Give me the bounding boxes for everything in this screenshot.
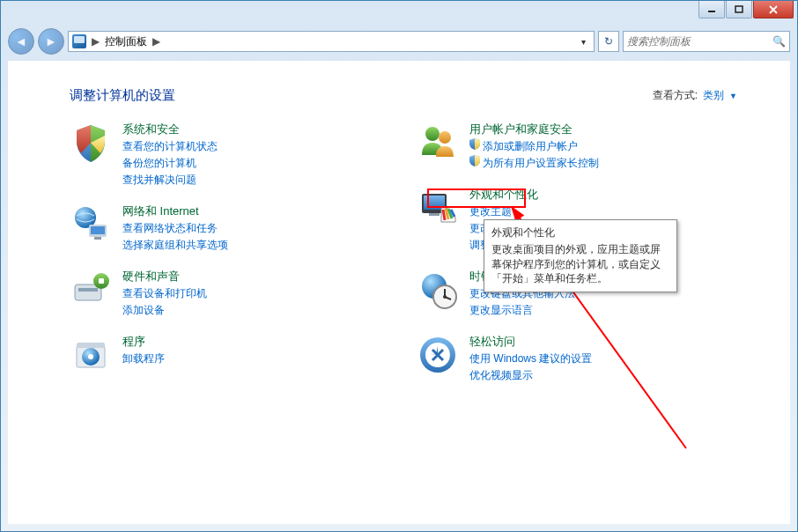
window-frame: ◄ ► ▶ 控制面板 ▶ ▾ ↻ 🔍 调整计算机的设置 查看方式: 类别 ▼ 系… <box>0 0 798 532</box>
window-buttons <box>698 1 794 18</box>
category-body: 轻松访问使用 Windows 建议的设置优化视频显示 <box>469 334 592 383</box>
ease-icon[interactable] <box>417 334 459 376</box>
search-box: 🔍 <box>623 31 790 52</box>
sublink-label: 查看您的计算机状态 <box>122 138 218 154</box>
svg-rect-18 <box>429 213 440 216</box>
sublink-label: 选择家庭组和共享选项 <box>122 237 228 253</box>
control-panel-icon <box>72 34 86 48</box>
search-input[interactable] <box>627 35 772 48</box>
category-body: 网络和 Internet查看网络状态和任务选择家庭组和共享选项 <box>122 203 228 253</box>
appearance-icon[interactable] <box>417 187 459 229</box>
category-title[interactable]: 用户帐户和家庭安全 <box>469 122 599 137</box>
maximize-button[interactable] <box>726 1 752 18</box>
svg-rect-9 <box>99 278 104 284</box>
minimize-button[interactable] <box>698 1 725 18</box>
page-title: 调整计算机的设置 <box>70 87 175 104</box>
category-body: 硬件和声音查看设备和打印机添加设备 <box>122 269 207 318</box>
category-body: 程序卸载程序 <box>122 334 165 366</box>
uac-shield-icon <box>469 138 480 154</box>
hardware-icon[interactable] <box>70 269 112 311</box>
category-title[interactable]: 外观和个性化 <box>469 187 543 203</box>
category-sublink[interactable]: 更改显示语言 <box>469 302 575 318</box>
breadcrumb-sep-icon: ▶ <box>92 35 100 48</box>
svg-point-23 <box>443 295 447 299</box>
category-item: 用户帐户和家庭安全添加或删除用户帐户为所有用户设置家长控制 <box>417 122 728 171</box>
search-icon[interactable]: 🔍 <box>772 35 786 48</box>
chevron-down-icon[interactable]: ▼ <box>729 92 737 100</box>
category-sublink[interactable]: 使用 Windows 建议的设置 <box>469 351 592 366</box>
sublink-label: 添加设备 <box>122 302 165 318</box>
clock-icon[interactable] <box>417 269 459 311</box>
category-body: 用户帐户和家庭安全添加或删除用户帐户为所有用户设置家长控制 <box>469 122 599 171</box>
category-item: 程序卸载程序 <box>70 334 381 376</box>
category-sublink[interactable]: 优化视频显示 <box>469 367 592 383</box>
address-dropdown-icon[interactable]: ▾ <box>576 37 590 47</box>
content-header: 调整计算机的设置 查看方式: 类别 ▼ <box>70 87 737 104</box>
address-bar[interactable]: ▶ 控制面板 ▶ ▾ <box>68 31 595 52</box>
refresh-button[interactable]: ↻ <box>598 31 619 52</box>
tooltip-title: 外观和个性化 <box>491 225 669 240</box>
breadcrumb-item[interactable]: 控制面板 <box>105 34 147 49</box>
sublink-label: 使用 Windows 建议的设置 <box>469 351 592 366</box>
category-sublink[interactable]: 查看网络状态和任务 <box>122 220 228 236</box>
programs-icon[interactable] <box>70 334 112 376</box>
category-sublink[interactable]: 添加设备 <box>122 302 207 318</box>
category-sublink[interactable]: 查找并解决问题 <box>122 172 218 188</box>
svg-rect-1 <box>735 6 743 12</box>
svg-rect-13 <box>77 343 105 348</box>
sublink-label: 卸载程序 <box>122 351 165 366</box>
close-button[interactable] <box>753 1 794 18</box>
uac-shield-icon <box>469 155 480 171</box>
titlebar <box>1 1 797 27</box>
category-sublink[interactable]: 备份您的计算机 <box>122 155 218 171</box>
sublink-label: 备份您的计算机 <box>122 155 196 171</box>
back-button[interactable]: ◄ <box>8 28 34 55</box>
category-title[interactable]: 系统和安全 <box>122 122 218 137</box>
category-column-left: 系统和安全查看您的计算机状态备份您的计算机查找并解决问题网络和 Internet… <box>70 122 381 383</box>
category-sublink[interactable]: 卸载程序 <box>122 351 165 366</box>
view-mode: 查看方式: 类别 ▼ <box>653 88 737 103</box>
svg-rect-7 <box>78 288 98 292</box>
category-item: 轻松访问使用 Windows 建议的设置优化视频显示 <box>417 334 728 383</box>
tooltip: 外观和个性化 更改桌面项目的外观，应用主题或屏幕保护程序到您的计算机，或自定义「… <box>484 219 677 292</box>
svg-rect-0 <box>708 11 715 12</box>
svg-point-15 <box>439 131 451 144</box>
category-title[interactable]: 网络和 Internet <box>122 203 228 219</box>
security-icon[interactable] <box>70 122 112 164</box>
category-sublink[interactable]: 为所有用户设置家长控制 <box>469 155 599 171</box>
sublink-label: 查找并解决问题 <box>122 172 196 188</box>
category-sublink[interactable]: 更改主题 <box>469 203 543 219</box>
category-sublink[interactable]: 添加或删除用户帐户 <box>469 138 599 154</box>
svg-rect-4 <box>91 226 105 234</box>
category-sublink[interactable]: 查看您的计算机状态 <box>122 138 218 154</box>
forward-button[interactable]: ► <box>38 28 64 55</box>
category-title[interactable]: 硬件和声音 <box>122 269 207 284</box>
sublink-label: 优化视频显示 <box>469 367 533 383</box>
svg-point-14 <box>425 127 440 141</box>
sublink-label: 为所有用户设置家长控制 <box>483 155 599 171</box>
sublink-label: 添加或删除用户帐户 <box>483 138 578 154</box>
navigation-bar: ◄ ► ▶ 控制面板 ▶ ▾ ↻ 🔍 <box>8 27 790 55</box>
category-item: 硬件和声音查看设备和打印机添加设备 <box>70 269 381 318</box>
category-item: 系统和安全查看您的计算机状态备份您的计算机查找并解决问题 <box>70 122 381 188</box>
sublink-label: 查看网络状态和任务 <box>122 220 218 236</box>
svg-rect-5 <box>94 237 101 240</box>
category-title[interactable]: 程序 <box>122 334 165 350</box>
sublink-label: 更改主题 <box>469 203 512 219</box>
users-icon[interactable] <box>417 122 459 164</box>
category-title[interactable]: 轻松访问 <box>469 334 592 350</box>
category-sublink[interactable]: 查看设备和打印机 <box>122 285 207 301</box>
tooltip-body: 更改桌面项目的外观，应用主题或屏幕保护程序到您的计算机，或自定义「开始」菜单和任… <box>491 242 669 286</box>
content-area: 调整计算机的设置 查看方式: 类别 ▼ 系统和安全查看您的计算机状态备份您的计算… <box>8 61 790 524</box>
category-body: 系统和安全查看您的计算机状态备份您的计算机查找并解决问题 <box>122 122 218 188</box>
view-mode-label: 查看方式: <box>653 88 698 103</box>
sublink-label: 查看设备和打印机 <box>122 285 207 301</box>
category-sublink[interactable]: 选择家庭组和共享选项 <box>122 237 228 253</box>
breadcrumb-sep-icon: ▶ <box>152 35 160 48</box>
category-item: 网络和 Internet查看网络状态和任务选择家庭组和共享选项 <box>70 203 381 253</box>
network-icon[interactable] <box>70 203 112 246</box>
sublink-label: 更改显示语言 <box>469 302 533 318</box>
svg-point-12 <box>88 354 93 359</box>
view-mode-value[interactable]: 类别 <box>703 88 724 103</box>
